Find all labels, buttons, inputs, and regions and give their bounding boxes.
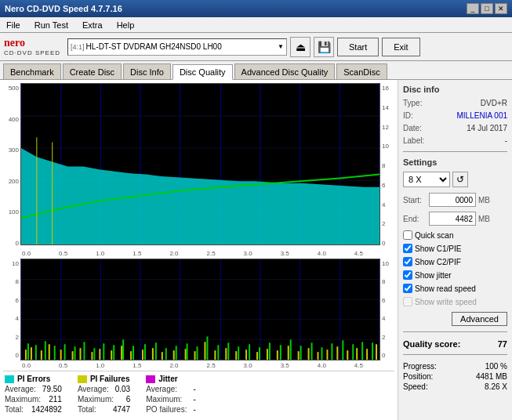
title-bar: Nero CD-DVD Speed 4.7.7.16 _ □ ✕ <box>0 0 512 17</box>
pi-failures-total-value: 4747 <box>113 405 130 414</box>
minimize-button[interactable]: _ <box>467 3 479 14</box>
menu-help[interactable]: Help <box>114 20 138 31</box>
svg-rect-83 <box>144 344 146 360</box>
tab-create-disc[interactable]: Create Disc <box>63 63 122 79</box>
quick-scan-checkbox[interactable] <box>403 230 412 240</box>
pi-errors-avg-value: 79.50 <box>42 385 62 393</box>
menu-extra[interactable]: Extra <box>79 20 106 31</box>
svg-rect-103 <box>352 344 354 360</box>
refresh-button[interactable]: ↺ <box>452 172 468 187</box>
maximize-button[interactable]: □ <box>481 3 493 14</box>
advanced-button[interactable]: Advanced <box>452 312 507 326</box>
quick-scan-row: Quick scan <box>403 230 507 240</box>
svg-rect-102 <box>342 340 343 360</box>
svg-rect-42 <box>91 352 93 360</box>
show-read-speed-checkbox[interactable] <box>403 284 412 293</box>
svg-rect-87 <box>187 343 188 360</box>
svg-rect-37 <box>41 350 42 360</box>
show-c2pif-checkbox[interactable] <box>403 257 412 266</box>
logo-subtext: CD·DVD SPEED <box>4 49 60 56</box>
start-input[interactable] <box>429 193 476 207</box>
disc-date-row: Date: 14 Jul 2017 <box>403 124 507 132</box>
close-button[interactable]: ✕ <box>495 3 507 14</box>
start-button[interactable]: Start <box>337 38 379 56</box>
speed-row: Speed: 8.26 X <box>403 382 507 391</box>
svg-rect-94 <box>259 347 260 360</box>
svg-rect-39 <box>60 349 62 360</box>
tab-scandisc[interactable]: ScanDisc <box>336 63 387 79</box>
pi-errors-total-label: Total: <box>5 405 24 414</box>
svg-rect-104 <box>361 342 363 360</box>
svg-rect-45 <box>121 346 122 360</box>
tab-benchmark[interactable]: Benchmark <box>3 63 61 79</box>
save-button[interactable]: 💾 <box>314 37 334 57</box>
svg-rect-75 <box>64 344 66 360</box>
svg-rect-57 <box>245 349 247 360</box>
menu-run-test[interactable]: Run Test <box>31 20 71 31</box>
y-axis-right-top: 16 14 12 10 8 6 4 2 0 <box>380 83 394 248</box>
svg-rect-97 <box>290 339 292 360</box>
end-input[interactable] <box>429 212 476 226</box>
y-axis-right-bottom: 10 8 6 4 2 0 <box>380 259 394 360</box>
pi-errors-max-label: Maximum: <box>5 395 41 404</box>
tab-disc-info[interactable]: Disc Info <box>123 63 171 79</box>
window-controls: _ □ ✕ <box>467 3 507 14</box>
svg-rect-72 <box>35 345 37 360</box>
svg-rect-96 <box>280 345 281 360</box>
svg-rect-89 <box>206 336 208 360</box>
show-c1pie-checkbox[interactable] <box>403 244 412 253</box>
disc-date-value: 14 Jul 2017 <box>467 124 507 132</box>
jitter-header: Jitter <box>158 375 177 383</box>
svg-rect-84 <box>155 342 157 360</box>
position-label: Position: <box>403 372 433 381</box>
quality-score-row: Quality score: 77 <box>403 339 507 349</box>
menu-file[interactable]: File <box>3 20 24 31</box>
speed-dropdown[interactable]: 8 X Maximum 2 X 4 X 16 X <box>403 172 450 187</box>
show-read-speed-label: Show read speed <box>415 284 476 293</box>
legend-area: PI Errors Average: 79.50 Maximum: 211 To… <box>3 371 394 417</box>
drive-dropdown-icon[interactable]: ▼ <box>278 43 284 50</box>
app-title: Nero CD-DVD Speed 4.7.7.16 <box>5 4 122 13</box>
tab-bar: Benchmark Create Disc Disc Info Disc Qua… <box>0 61 512 80</box>
tab-disc-quality[interactable]: Disc Quality <box>172 64 233 80</box>
pi-failures-avg-value: 0.03 <box>115 385 130 393</box>
exit-button[interactable]: Exit <box>382 38 419 56</box>
logo: nero CD·DVD SPEED <box>4 37 60 56</box>
show-write-speed-checkbox[interactable] <box>403 297 412 306</box>
quality-score-value: 77 <box>498 339 507 349</box>
show-jitter-checkbox[interactable] <box>403 270 412 280</box>
svg-rect-40 <box>72 351 74 360</box>
svg-rect-61 <box>288 346 289 360</box>
eject-button[interactable]: ⏏ <box>290 37 310 57</box>
svg-rect-90 <box>217 345 219 360</box>
drive-label: [4:1] <box>71 43 85 51</box>
jitter-max-value: - <box>193 395 195 404</box>
tab-advanced-disc-quality[interactable]: Advanced Disc Quality <box>234 63 336 79</box>
jitter-max-label: Maximum: <box>146 395 182 404</box>
disc-info-title: Disc info <box>403 85 507 94</box>
pi-failures-max-value: 6 <box>126 395 131 404</box>
disc-id-value: MILLENIA 001 <box>457 111 507 120</box>
menu-bar: File Run Test Extra Help <box>0 17 512 33</box>
progress-section: Progress: 100 % Position: 4481 MB Speed:… <box>403 362 507 391</box>
disc-type-label: Type: <box>403 99 422 107</box>
main-content: 500 400 300 200 100 0 <box>0 80 512 420</box>
svg-rect-68 <box>356 348 358 360</box>
divider-3 <box>403 354 507 355</box>
svg-rect-69 <box>366 349 368 360</box>
speed-value: 8.26 X <box>485 382 507 391</box>
svg-rect-99 <box>311 342 313 360</box>
progress-row: Progress: 100 % <box>403 362 507 371</box>
svg-rect-76 <box>74 346 76 360</box>
legend-jitter: Jitter Average: - Maximum: - PO failures… <box>146 375 196 414</box>
pi-errors-avg-label: Average: <box>5 385 36 393</box>
svg-marker-16 <box>21 148 379 244</box>
show-c1pie-label: Show C1/PIE <box>415 244 461 253</box>
svg-rect-52 <box>194 351 196 360</box>
svg-rect-93 <box>249 344 250 360</box>
drive-selector[interactable]: [4:1] HL-DT-ST DVDRAM GH24NSD0 LH00 ▼ <box>67 38 287 56</box>
svg-rect-54 <box>214 350 216 360</box>
show-write-speed-label: Show write speed <box>415 298 477 306</box>
svg-rect-55 <box>225 348 227 360</box>
start-mb-row: Start: MB <box>403 193 507 207</box>
